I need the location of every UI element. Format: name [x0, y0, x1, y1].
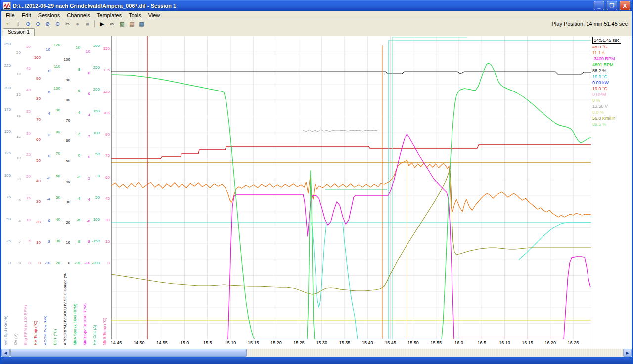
app-icon [3, 2, 11, 10]
play-button[interactable]: ▶ [97, 20, 107, 28]
toolbar: ☜I⊕⊖⊘⊙✂●■▶∞▧▤▦ Play Position: 14 min 51.… [1, 19, 632, 28]
notes-button[interactable]: ▧ [117, 20, 127, 28]
x-axis-label: 15:10 [225, 340, 236, 345]
trace-i2v-gray [303, 130, 377, 132]
zoom-out-button[interactable]: ⊖ [33, 20, 43, 28]
x-axis-label: 16:5 [477, 340, 486, 345]
play-position-label: Play Position: 14 min 51.45 sec [552, 21, 630, 27]
axis-ticks-3: 1009080706050403020100 [31, 56, 41, 265]
x-axis-label: 15:0 [181, 340, 189, 345]
maximize-button[interactable]: ❐ [607, 1, 617, 10]
x-axis-label: 15:25 [293, 340, 305, 345]
axis-ticks-9: 300250200150100500-50-100-150-200 [90, 44, 100, 265]
menu-item-view[interactable]: View [145, 12, 164, 18]
menu-item-file[interactable]: File [2, 12, 18, 18]
app-window: D:\...\2012-06-29 nach Grindelwald\Amper… [0, 0, 633, 364]
close-button[interactable]: X [620, 1, 630, 10]
axis-ticks-2: 50454035302520151050 [21, 45, 31, 265]
legend-value: 0 % [592, 97, 631, 103]
chart-canvas[interactable] [111, 36, 591, 339]
stop-button[interactable]: ■ [83, 20, 92, 28]
axis-title-4: ACCM Pow (kW) [43, 316, 47, 345]
x-axis-labels: 14:4514:5014:5515:015:515:1015:1515:2015… [111, 340, 591, 348]
trace-cyan-vertical [389, 40, 591, 339]
axis-title-8: MtrB Spd (x 1000 RPM) [83, 303, 87, 345]
x-axis-label: 16:15 [522, 340, 533, 345]
scroll-thumb[interactable] [10, 349, 247, 357]
x-axis-label: 14:50 [134, 340, 145, 345]
toolbar-buttons: ☜I⊕⊖⊘⊙✂●■▶∞▧▤▦ [3, 20, 146, 28]
measure-tool-button[interactable]: ✂ [63, 20, 72, 28]
axis-title-0: Veh Spd (Km/Hr) [3, 316, 8, 345]
scroll-left-arrow[interactable]: ◀ [1, 349, 10, 357]
x-axis-label: 14:55 [156, 340, 168, 345]
axes-panel: 2502252001751501251007550250Veh Spd (Km/… [1, 36, 111, 348]
minimize-button[interactable]: _ [594, 1, 604, 10]
trace-cyan-rise-right [519, 223, 591, 260]
axis-title-1: I2v (V) [13, 333, 18, 345]
scroll-right-arrow[interactable]: ▶ [623, 349, 632, 357]
cursor-tool-button[interactable]: I [13, 20, 23, 28]
menu-item-channels[interactable]: Channels [63, 12, 93, 18]
x-axis-label: 16:25 [568, 340, 579, 345]
x-axis-label: 15:15 [248, 340, 259, 345]
menu-item-sessions[interactable]: Sessions [35, 12, 64, 18]
legend-value: 11.1 A [592, 50, 631, 56]
zoom-in-button[interactable]: ⊕ [23, 20, 33, 28]
main-content: 2502252001751501251007550250Veh Spd (Km/… [1, 36, 632, 348]
axis-title-6: APP,CRPM,HV SOC,HV SOC Gauge (%) [63, 273, 67, 345]
record-button[interactable]: ● [73, 20, 82, 28]
zoom-reset-button[interactable]: ⊙ [53, 20, 62, 28]
menu-item-templates[interactable]: Templates [93, 12, 125, 18]
x-axis-label: 16:10 [499, 340, 510, 345]
horizontal-scrollbar[interactable]: ◀ ▶ [1, 348, 632, 357]
find-button[interactable]: ∞ [107, 20, 117, 28]
trace-cyan-dip-1 [312, 223, 326, 307]
x-axis-label: 15:35 [339, 340, 351, 345]
legend-value: 88.2 % [592, 68, 631, 74]
trace-teal-vertical [392, 37, 467, 339]
legend-panel: 14:51.45 sec 45.0 °C11.1 A-3400 RPM4891 … [591, 36, 632, 348]
x-axis-label: 14:45 [111, 340, 122, 345]
legend-value: 0 RPM [592, 91, 631, 97]
axis-ticks-8: 1086420-2-4-6-8-10 [81, 50, 90, 265]
trace-soc-black [111, 72, 591, 74]
plot-area[interactable]: 14:4514:5014:5515:015:515:1015:1515:2015… [111, 36, 591, 348]
legend-value: 19.0 °C [592, 86, 631, 91]
axis-title-3: HV Temp (°C) [33, 321, 38, 345]
axis-title-10: MtrB Temp (°C) [102, 318, 107, 345]
x-axis-label: 15:50 [407, 340, 419, 345]
menu-item-edit[interactable]: Edit [18, 12, 35, 18]
window-title: D:\...\2012-06-29 nach Grindelwald\Amper… [13, 3, 591, 9]
scroll-track[interactable] [10, 349, 623, 357]
menu-bar: FileEditSessionsChannelsTemplatesToolsVi… [1, 11, 632, 19]
legend-value: 89.5 % [592, 121, 631, 127]
axis-ticks-7: 1086420-2-4-6-8-10 [71, 46, 80, 265]
legend-value: 56.0 Km/Hr [592, 115, 631, 121]
legend-value: 19.0 °C [592, 74, 631, 80]
legend-time-value: 14:51.45 sec [592, 37, 621, 44]
zoom-window-button[interactable]: ⊘ [43, 20, 52, 28]
trace-hv-temp-red [111, 145, 591, 159]
tab-session-1[interactable]: Session 1 [3, 28, 35, 36]
legend-value: 0.00 kW [592, 80, 631, 86]
axis-title-5: ECT (°C) [53, 329, 57, 345]
axis-ticks-6: 1009080706050403020100 [61, 58, 70, 265]
legend-values: 45.0 °C11.1 A-3400 RPM4891 RPM88.2 %19.0… [592, 44, 631, 127]
window-bottom-border [1, 357, 632, 364]
legend-value: -3400 RPM [592, 56, 631, 62]
report-button[interactable]: ▤ [127, 20, 136, 28]
legend-value: 0.0 % [592, 109, 631, 115]
axis-title-7: MtrA Spd (x 1000 RPM) [73, 304, 77, 345]
legend-value: 45.0 °C [592, 44, 631, 50]
x-axis-label: 16:0 [454, 340, 463, 345]
x-axis-label: 15:5 [203, 340, 212, 345]
title-bar[interactable]: D:\...\2012-06-29 nach Grindelwald\Amper… [1, 0, 632, 11]
axis-ticks-4: 1086420-2-4-6-8-10 [41, 48, 50, 265]
axis-title-9: HV Cmt (A) [92, 325, 97, 345]
menu-item-tools[interactable]: Tools [125, 12, 145, 18]
pan-tool-button[interactable]: ☜ [3, 20, 13, 28]
x-axis-label: 15:30 [316, 340, 328, 345]
table-view-button[interactable]: ▦ [137, 20, 146, 28]
x-axis-label: 15:20 [271, 340, 282, 345]
